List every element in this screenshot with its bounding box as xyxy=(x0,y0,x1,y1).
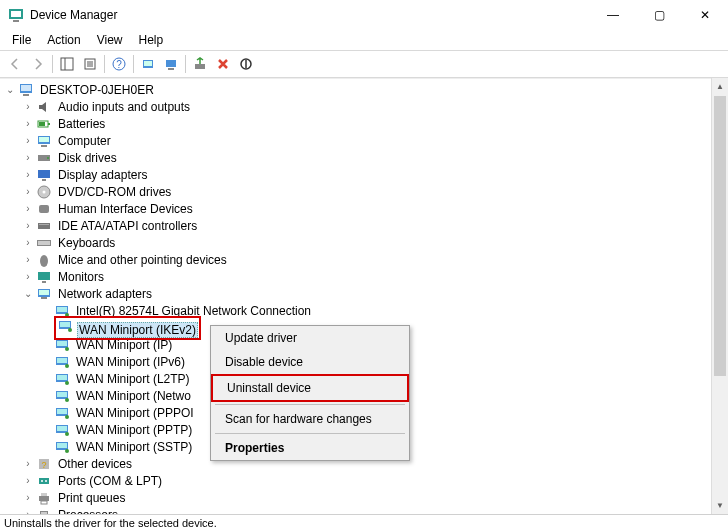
expand-icon[interactable]: › xyxy=(22,152,34,164)
tree-item-label: Other devices xyxy=(56,456,134,472)
battery-icon xyxy=(36,116,52,132)
toolbar: ? xyxy=(0,50,728,78)
tree-item-label: Audio inputs and outputs xyxy=(56,99,192,115)
collapse-icon[interactable]: ⌄ xyxy=(4,84,16,96)
printer-icon xyxy=(36,490,52,506)
enable-device-button[interactable] xyxy=(189,53,211,75)
tree-category[interactable]: ›IDE ATA/ATAPI controllers xyxy=(0,218,728,234)
forward-button[interactable] xyxy=(27,53,49,75)
menu-file[interactable]: File xyxy=(4,31,39,49)
scan-hardware-button[interactable] xyxy=(160,53,182,75)
expand-icon[interactable]: › xyxy=(22,118,34,130)
disable-device-button[interactable] xyxy=(235,53,257,75)
tree-item-label: IDE ATA/ATAPI controllers xyxy=(56,218,199,234)
tree-item-label: Network adapters xyxy=(56,286,154,302)
help-button[interactable]: ? xyxy=(108,53,130,75)
expand-icon[interactable]: › xyxy=(22,135,34,147)
ctx-disable-device[interactable]: Disable device xyxy=(211,350,409,374)
expand-icon[interactable]: › xyxy=(22,101,34,113)
context-menu: Update driver Disable device Uninstall d… xyxy=(210,325,410,461)
svg-point-68 xyxy=(65,449,69,453)
cd-icon xyxy=(36,184,52,200)
svg-rect-74 xyxy=(39,496,49,501)
other-icon: ? xyxy=(36,456,52,472)
svg-rect-38 xyxy=(38,272,50,280)
scrollbar-thumb[interactable] xyxy=(714,96,726,376)
mouse-icon xyxy=(36,252,52,268)
tree-category-network[interactable]: ⌄Network adapters xyxy=(0,286,728,302)
update-driver-button[interactable] xyxy=(137,53,159,75)
expander-placeholder xyxy=(40,305,52,317)
tree-category[interactable]: ›Keyboards xyxy=(0,235,728,251)
expander-placeholder xyxy=(40,356,52,368)
close-button[interactable]: ✕ xyxy=(682,0,728,30)
svg-point-37 xyxy=(40,255,48,267)
svg-rect-67 xyxy=(57,443,67,448)
tree-category[interactable]: ›Audio inputs and outputs xyxy=(0,99,728,115)
expander-placeholder xyxy=(40,424,52,436)
tree-category[interactable]: ›Disk drives xyxy=(0,150,728,166)
vertical-scrollbar[interactable]: ▲ ▼ xyxy=(711,78,728,514)
svg-point-59 xyxy=(65,398,69,402)
window-title: Device Manager xyxy=(30,8,590,22)
back-button[interactable] xyxy=(4,53,26,75)
tree-category[interactable]: ›Mice and other pointing devices xyxy=(0,252,728,268)
display-icon xyxy=(36,167,52,183)
expand-icon[interactable]: › xyxy=(22,203,34,215)
app-icon xyxy=(8,7,24,23)
svg-rect-58 xyxy=(57,392,67,397)
maximize-button[interactable]: ▢ xyxy=(636,0,682,30)
tree-root[interactable]: ⌄DESKTOP-0JEH0ER xyxy=(0,82,728,98)
expand-icon[interactable]: › xyxy=(22,169,34,181)
tree-item-label: Disk drives xyxy=(56,150,119,166)
audio-icon xyxy=(36,99,52,115)
expand-icon[interactable]: › xyxy=(22,220,34,232)
uninstall-device-button[interactable] xyxy=(212,53,234,75)
expand-icon[interactable]: › xyxy=(22,475,34,487)
titlebar: Device Manager — ▢ ✕ xyxy=(0,0,728,30)
properties-button[interactable] xyxy=(79,53,101,75)
menu-action[interactable]: Action xyxy=(39,31,88,49)
svg-text:?: ? xyxy=(41,460,46,470)
tree-category[interactable]: ›Human Interface Devices xyxy=(0,201,728,217)
tree-item-label: Ports (COM & LPT) xyxy=(56,473,164,489)
svg-rect-55 xyxy=(57,375,67,380)
tree-category[interactable]: ›Ports (COM & LPT) xyxy=(0,473,728,489)
netdev-icon xyxy=(54,388,70,404)
keyboard-icon xyxy=(36,235,52,251)
ctx-update-driver[interactable]: Update driver xyxy=(211,326,409,350)
tree-category[interactable]: ›Display adapters xyxy=(0,167,728,183)
svg-rect-46 xyxy=(60,322,70,327)
tree-category[interactable]: ›Print queues xyxy=(0,490,728,506)
tree-category[interactable]: ›Processors xyxy=(0,507,728,514)
scroll-up-icon[interactable]: ▲ xyxy=(712,78,728,95)
expand-icon[interactable]: › xyxy=(22,237,34,249)
svg-rect-75 xyxy=(41,493,47,496)
collapse-icon[interactable]: ⌄ xyxy=(22,288,34,300)
menu-help[interactable]: Help xyxy=(131,31,172,49)
minimize-button[interactable]: — xyxy=(590,0,636,30)
expand-icon[interactable]: › xyxy=(22,492,34,504)
scroll-down-icon[interactable]: ▼ xyxy=(712,497,728,514)
svg-rect-34 xyxy=(39,224,49,225)
expander-placeholder xyxy=(40,373,52,385)
tree-item-label: Display adapters xyxy=(56,167,149,183)
tree-category[interactable]: ›Computer xyxy=(0,133,728,149)
tree-item-label: Mice and other pointing devices xyxy=(56,252,229,268)
svg-point-56 xyxy=(65,381,69,385)
expand-icon[interactable]: › xyxy=(22,271,34,283)
hid-icon xyxy=(36,201,52,217)
tree-item-label: Print queues xyxy=(56,490,127,506)
tree-category[interactable]: ›DVD/CD-ROM drives xyxy=(0,184,728,200)
ctx-scan-hardware[interactable]: Scan for hardware changes xyxy=(211,407,409,431)
menu-view[interactable]: View xyxy=(89,31,131,49)
show-hide-tree-button[interactable] xyxy=(56,53,78,75)
tree-category[interactable]: ›Monitors xyxy=(0,269,728,285)
expand-icon[interactable]: › xyxy=(22,458,34,470)
ctx-uninstall-device[interactable]: Uninstall device xyxy=(211,374,409,402)
expand-icon[interactable]: › xyxy=(22,186,34,198)
ctx-properties[interactable]: Properties xyxy=(211,436,409,460)
tree-category[interactable]: ›Batteries xyxy=(0,116,728,132)
expand-icon[interactable]: › xyxy=(22,254,34,266)
pc-icon xyxy=(18,82,34,98)
